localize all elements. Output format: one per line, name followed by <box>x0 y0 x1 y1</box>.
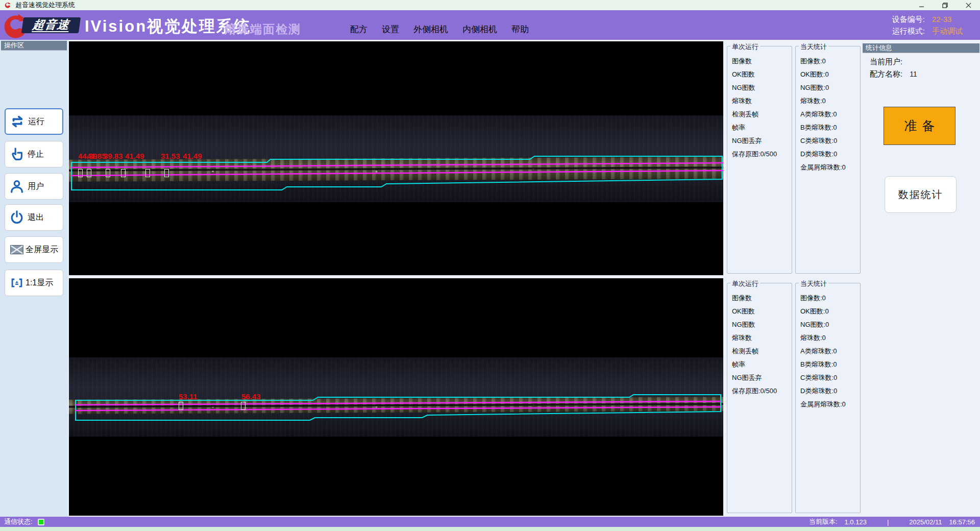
brand-name: 超音速 <box>32 18 70 32</box>
menu-item-inner-camera[interactable]: 内侧相机 <box>462 23 497 35</box>
stop-button-label: 停止 <box>28 149 44 160</box>
restore-button[interactable] <box>933 0 957 10</box>
one-to-one-icon <box>9 275 24 291</box>
stat-row: 保存原图:0/500 <box>727 384 792 398</box>
device-id-value: 22-33 <box>932 13 972 25</box>
run-mode-value: 手动调试 <box>932 25 972 37</box>
stat-row: OK图数:0 <box>796 305 860 318</box>
stat-row: B类熔珠数:0 <box>796 358 860 371</box>
measurement-label: 41.85 <box>87 152 106 160</box>
inner-camera-stats-panel: 单次运行 图像数OK图数NG图数熔珠数检测丢帧帧率NG图丢弃保存原图:0/500… <box>727 278 861 515</box>
stat-row: B类熔珠数:0 <box>796 121 860 134</box>
version-label: 当前版本: <box>809 517 838 526</box>
stat-row: 金属屑熔珠数:0 <box>796 398 860 411</box>
main-content: 操作区 运行 停止 <box>0 40 980 517</box>
outer-camera-stats-panel: 单次运行 图像数OK图数NG图数熔珠数检测丢帧帧率NG图丢弃保存原图:0/500… <box>727 41 861 275</box>
daily-stats-group: 当天统计 图像数:0OK图数:0NG图数:0熔珠数:0A类熔珠数:0B类熔珠数:… <box>795 283 861 513</box>
stat-row: NG图丢弃 <box>727 134 792 148</box>
app-header: 超音速 IVision视觉处理系统 熔珠端面检测 配方 设置 外侧相机 内侧相机… <box>0 10 980 40</box>
stat-row: NG图数 <box>727 81 792 94</box>
operation-sidebar: 操作区 运行 停止 <box>0 40 68 517</box>
brand-logo: 超音速 <box>2 11 84 39</box>
group-title: 单次运行 <box>730 42 760 52</box>
brand-badge: 超音速 <box>21 17 81 33</box>
detection-box <box>179 402 183 410</box>
stat-row: 图像数 <box>727 292 792 305</box>
title-bar: 超音速视觉处理系统 <box>0 0 980 10</box>
user-button[interactable]: 用户 <box>5 173 63 200</box>
stat-row: OK图数:0 <box>796 68 860 81</box>
status-bar: 通信状态: 当前版本: 1.0.123 | 2025/02/11 16:57:5… <box>0 517 980 527</box>
group-title: 当天统计 <box>799 42 828 52</box>
window-bottom-edge <box>0 527 980 531</box>
stat-row: D类熔珠数:0 <box>796 384 860 398</box>
close-button[interactable] <box>957 0 980 10</box>
measurement-label: 41.49 <box>125 152 144 160</box>
stat-row: 金属屑熔珠数:0 <box>796 161 860 174</box>
stat-row: OK图数 <box>727 305 792 318</box>
menu-item-help[interactable]: 帮助 <box>511 23 529 35</box>
stat-row: D类熔珠数:0 <box>796 148 860 161</box>
run-button-label: 运行 <box>28 116 44 127</box>
outer-camera-view: 44.3941.8539.8341.4931.5341.49 <box>69 41 723 275</box>
stat-row: 帧率 <box>727 358 792 371</box>
recipe-name-value: 11 <box>910 70 917 78</box>
stat-row: 检测丢帧 <box>727 345 792 358</box>
menu-bar: 配方 设置 外侧相机 内侧相机 帮助 <box>350 23 529 35</box>
stat-row: 帧率 <box>727 121 792 134</box>
menu-item-recipe[interactable]: 配方 <box>350 23 368 35</box>
recipe-name-label: 配方名称: <box>870 69 902 78</box>
device-id-label: 设备编号: <box>892 13 925 25</box>
status-date: 2025/02/11 <box>909 518 942 526</box>
stat-row: 图像数 <box>727 55 792 68</box>
minimize-button[interactable] <box>910 0 933 10</box>
user-button-label: 用户 <box>28 181 44 192</box>
statistics-info-panel: 统计信息 当前用户: 配方名称: 11 准备 数据统计 <box>863 40 980 517</box>
stat-row: OK图数 <box>727 68 792 81</box>
run-mode-label: 运行模式: <box>892 25 925 37</box>
ready-button[interactable]: 准备 <box>884 107 955 145</box>
fullscreen-button[interactable]: 全屏显示 <box>5 236 63 263</box>
menu-item-settings[interactable]: 设置 <box>382 23 399 35</box>
measurement-label: 53.11 <box>179 392 198 401</box>
measurement-label: 56.43 <box>241 392 261 401</box>
menu-item-outer-camera[interactable]: 外侧相机 <box>413 23 448 35</box>
stat-row: 熔珠数 <box>727 94 792 108</box>
one-to-one-button[interactable]: 1:1显示 <box>5 270 63 296</box>
group-title: 单次运行 <box>730 279 760 288</box>
power-icon <box>9 210 24 225</box>
single-run-group: 单次运行 图像数OK图数NG图数熔珠数检测丢帧帧率NG图丢弃保存原图:0/500 <box>727 283 792 513</box>
stop-button[interactable]: 停止 <box>5 141 63 167</box>
app-subtitle: 熔珠端面检测 <box>225 21 301 37</box>
stat-row: 图像数:0 <box>796 55 860 68</box>
sidebar-title: 操作区 <box>1 41 67 50</box>
exit-button-label: 退出 <box>28 212 44 223</box>
stat-row: NG图丢弃 <box>727 371 792 384</box>
device-info: 设备编号: 22-33 运行模式: 手动调试 <box>892 13 972 37</box>
detection-box <box>78 169 83 177</box>
stat-row: NG图数:0 <box>796 81 860 94</box>
data-statistics-button[interactable]: 数据统计 <box>885 176 957 213</box>
measurement-label: 39.83 <box>104 152 123 160</box>
exit-button[interactable]: 退出 <box>5 204 63 231</box>
detection-box <box>241 402 246 410</box>
fullscreen-icon <box>9 242 24 257</box>
stat-row: 熔珠数 <box>727 331 792 345</box>
stat-row: A类熔珠数:0 <box>796 345 860 358</box>
hand-stop-icon <box>9 147 24 162</box>
fullscreen-button-label: 全屏显示 <box>26 245 58 255</box>
stat-row: 熔珠数:0 <box>796 94 860 108</box>
current-user-label: 当前用户: <box>870 57 902 66</box>
stat-row: 熔珠数:0 <box>796 331 860 345</box>
info-panel-title: 统计信息 <box>863 43 979 53</box>
detection-box <box>87 169 91 177</box>
app-logo-icon <box>4 2 11 9</box>
measurement-label: 31.53 <box>161 152 180 160</box>
status-time: 16:57:56 <box>949 518 975 526</box>
stat-row: NG图数:0 <box>796 318 860 331</box>
measurement-label: 41.49 <box>183 152 202 160</box>
daily-stats-group: 当天统计 图像数:0OK图数:0NG图数:0熔珠数:0A类熔珠数:0B类熔珠数:… <box>795 46 861 274</box>
run-button[interactable]: 运行 <box>5 108 63 135</box>
detection-box <box>121 169 126 177</box>
stat-row: A类熔珠数:0 <box>796 108 860 121</box>
